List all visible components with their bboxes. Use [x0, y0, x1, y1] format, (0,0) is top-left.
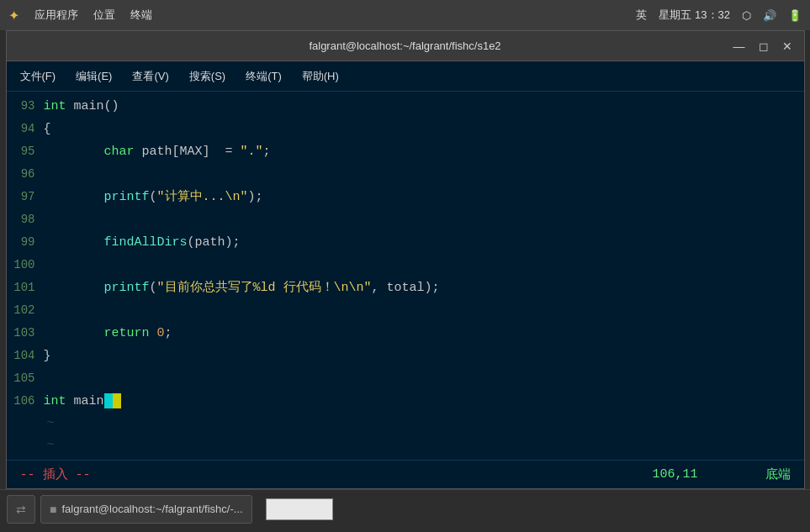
battery-icon: 🔋 [788, 9, 802, 22]
code-editor[interactable]: 93 int main() 94 { 95 char path[MAX] = "… [7, 92, 804, 460]
title-bar: falgrant@localhost:~/falgrant/fishc/s1e2… [7, 31, 804, 61]
code-line-98: 98 [7, 208, 804, 231]
datetime-display: 星期五 13：32 [659, 8, 730, 23]
tilde-line-1: ~ [7, 413, 804, 435]
app-icon: ✦ [8, 8, 19, 24]
code-line-93: 93 int main() [7, 95, 804, 118]
applications-menu[interactable]: 应用程序 [34, 8, 78, 23]
system-bar: ✦ 应用程序 位置 终端 英 星期五 13：32 ⬡ 🔊 🔋 [0, 0, 810, 30]
code-line-94: 94 { [7, 118, 804, 140]
terminal-taskbar-label: falgrant@localhost:~/falgrant/fishc/-... [61, 503, 242, 515]
code-line-106: 106 int main [7, 390, 804, 413]
network-icon: ⬡ [742, 9, 751, 22]
menu-file[interactable]: 文件(F) [12, 66, 65, 87]
terminal-window: falgrant@localhost:~/falgrant/fishc/s1e2… [6, 30, 805, 489]
volume-icon: 🔊 [763, 9, 776, 22]
code-line-97: 97 printf("计算中...\n"); [7, 186, 804, 208]
code-line-100: 100 [7, 254, 804, 277]
taskbar: ⇄ ■ falgrant@localhost:~/falgrant/fishc/… [0, 489, 810, 528]
terminal-menu[interactable]: 终端 [130, 8, 152, 23]
menu-bar: 文件(F) 编辑(E) 查看(V) 搜索(S) 终端(T) 帮助(H) [7, 61, 804, 92]
workspace-switcher[interactable]: ⇄ [7, 495, 35, 524]
menu-terminal[interactable]: 终端(T) [237, 66, 290, 87]
code-line-102: 102 [7, 299, 804, 322]
window-title: falgrant@localhost:~/falgrant/fishc/s1e2 [309, 40, 500, 52]
minimize-button[interactable]: — [728, 38, 750, 55]
terminal-taskbar-item[interactable]: ■ falgrant@localhost:~/falgrant/fishc/-.… [40, 495, 252, 524]
cursor-position: 106,11 [652, 467, 697, 482]
cursor-secondary [113, 393, 121, 408]
scroll-position: 底端 [765, 466, 791, 482]
menu-view[interactable]: 查看(V) [124, 66, 177, 87]
menu-search[interactable]: 搜索(S) [181, 66, 234, 87]
code-line-103: 103 return 0; [7, 322, 804, 345]
code-line-95: 95 char path[MAX] = "."; [7, 140, 804, 163]
menu-help[interactable]: 帮助(H) [294, 66, 347, 87]
language-indicator: 英 [636, 8, 647, 23]
vim-status-bar: -- 插入 -- 106,11 底端 [7, 460, 804, 488]
taskbar-input-box[interactable] [266, 498, 333, 520]
menu-edit[interactable]: 编辑(E) [67, 66, 120, 87]
maximize-button[interactable]: ◻ [754, 38, 774, 55]
close-button[interactable]: ✕ [777, 38, 797, 55]
cursor-primary [104, 393, 113, 408]
code-line-105: 105 [7, 367, 804, 390]
vim-mode: -- 插入 -- [20, 466, 91, 482]
code-line-96: 96 [7, 163, 804, 186]
code-line-101: 101 printf("目前你总共写了%ld 行代码！\n\n", total)… [7, 277, 804, 299]
terminal-taskbar-icon: ■ [50, 503, 56, 516]
code-line-104: 104 } [7, 345, 804, 367]
switch-icon: ⇄ [16, 503, 26, 516]
tilde-line-2: ~ [7, 435, 804, 456]
code-line-99: 99 findAllDirs(path); [7, 231, 804, 254]
location-menu[interactable]: 位置 [93, 8, 115, 23]
